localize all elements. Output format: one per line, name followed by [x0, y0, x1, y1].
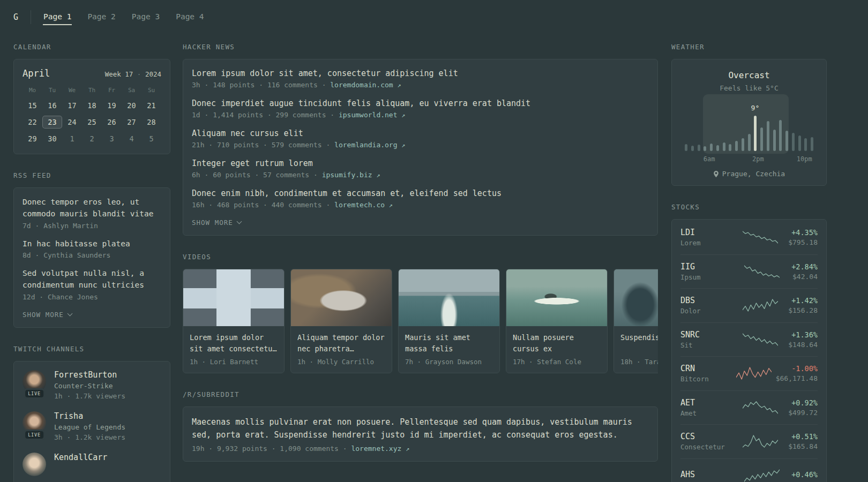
hn-story[interactable]: Lorem ipsum dolor sit amet, consectetur …	[192, 68, 649, 89]
hn-story[interactable]: Aliquam nec cursus elit21h · 710 points …	[192, 128, 649, 149]
video-card[interactable]: Suspendisse diam18h · Tara	[613, 269, 658, 373]
videos-row: Lorem ipsum dolor sit amet consectetu…1h…	[183, 269, 658, 373]
calendar-day: 2	[82, 132, 102, 145]
stock-row[interactable]: DBSDolor+1.42%$156.28	[680, 288, 818, 322]
hn-story-meta: 6h · 60 points · 57 comments · ipsumify.…	[192, 171, 649, 179]
video-title[interactable]: Suspendisse diam	[620, 332, 658, 355]
hn-story-meta: 16h · 468 points · 440 comments · loremt…	[192, 201, 649, 209]
hn-story-domain[interactable]: loremlandia.org ↗	[334, 141, 405, 149]
dashboard: G Page 1 Page 2 Page 3 Page 4 CALENDAR A…	[0, 0, 868, 482]
stock-ticker[interactable]: CRN	[680, 364, 732, 373]
twitch-channel-name[interactable]: KendallCarr	[54, 453, 107, 462]
hn-story-title[interactable]: Aliquam nec cursus elit	[192, 128, 649, 139]
video-meta: 1h · Molly Carrillo	[297, 358, 385, 366]
rss-item[interactable]: Sed volutpat nulla nisl, a condimentum n…	[23, 268, 161, 301]
stock-row[interactable]: AHS+0.46%	[680, 458, 818, 482]
stock-ticker[interactable]: CCS	[680, 432, 732, 441]
twitch-channel-name[interactable]: ForrestBurton	[54, 370, 125, 380]
calendar-week-label: Week 17 · 2024	[105, 70, 161, 78]
twitch-card: LIVEForrestBurtonCounter-Strike1h · 1.7k…	[13, 361, 170, 482]
stock-change: +1.42%	[788, 296, 818, 305]
stock-row[interactable]: CCSConsectetur+0.51%$165.84	[680, 424, 818, 458]
stock-price: $165.84	[788, 442, 818, 450]
twitch-channel[interactable]: LIVETrishaLeague of Legends3h · 1.2k vie…	[23, 411, 161, 441]
hackernews-show-more-button[interactable]: SHOW MORE	[192, 219, 649, 227]
video-title[interactable]: Nullam posuere cursus ex	[513, 332, 601, 355]
video-thumbnail	[614, 269, 658, 326]
hn-story-domain[interactable]: ipsumify.biz ↗	[322, 171, 380, 179]
weather-hour-bar	[716, 145, 719, 151]
app-logo[interactable]: G	[13, 12, 31, 22]
stock-row[interactable]: CRNBitcorn-1.00%$66,171.48	[680, 356, 818, 390]
weather-widget: WEATHER Overcast Feels like 5°C 9° 6am 2…	[671, 43, 827, 186]
rss-item-title[interactable]: Donec tempor eros leo, ut commodo mauris…	[23, 197, 161, 220]
stock-sparkline	[732, 230, 788, 244]
chevron-down-icon	[67, 311, 72, 316]
rss-item[interactable]: Donec tempor eros leo, ut commodo mauris…	[23, 197, 161, 230]
stock-ticker[interactable]: SNRC	[680, 330, 732, 340]
external-link-icon: ↗	[401, 141, 405, 149]
stock-ticker[interactable]: AET	[680, 398, 732, 408]
stock-ticker[interactable]: DBS	[680, 296, 732, 305]
video-card[interactable]: Mauris sit amet massa felis7h · Grayson …	[398, 269, 500, 373]
calendar-weekday-label: Tu	[42, 87, 62, 95]
video-title[interactable]: Aliquam tempor dolor nec pharetra…	[297, 332, 385, 355]
rss-item-title[interactable]: Sed volutpat nulla nisl, a condimentum n…	[23, 268, 161, 291]
calendar-day: 28	[141, 116, 161, 129]
video-card[interactable]: Lorem ipsum dolor sit amet consectetu…1h…	[183, 269, 285, 373]
rss-item-title[interactable]: In hac habitasse platea	[23, 238, 161, 250]
left-column: CALENDAR April Week 17 · 2024 MoTuWeThFr…	[13, 43, 170, 482]
calendar-day: 15	[23, 99, 42, 112]
subreddit-post-title[interactable]: Maecenas mollis pulvinar erat non posuer…	[192, 416, 649, 441]
hn-story[interactable]: Integer eget rutrum lorem6h · 60 points …	[192, 158, 649, 179]
stock-change: +2.84%	[791, 262, 818, 271]
hn-story[interactable]: Donec enim nibh, condimentum et accumsan…	[192, 188, 649, 209]
external-link-icon: ↗	[401, 111, 405, 119]
stock-row[interactable]: AETAmet+0.92%$499.72	[680, 390, 818, 425]
twitch-section-title: TWITCH CHANNELS	[13, 345, 170, 353]
stock-row[interactable]: IIGIpsum+2.84%$42.04	[680, 254, 818, 289]
tab-page-2[interactable]: Page 2	[87, 10, 116, 25]
rss-item[interactable]: In hac habitasse platea8d · Cynthia Saun…	[23, 238, 161, 260]
weather-hour-bar	[723, 142, 725, 151]
video-title[interactable]: Mauris sit amet massa felis	[405, 332, 493, 355]
hn-story-domain[interactable]: loremdomain.com ↗	[330, 81, 401, 89]
video-card[interactable]: Nullam posuere cursus ex17h · Stefan Col…	[506, 269, 608, 373]
stock-numbers: +4.35%$795.18	[788, 228, 818, 246]
weather-section-title: WEATHER	[671, 43, 827, 51]
location-pin-icon	[713, 170, 719, 178]
calendar-widget: CALENDAR April Week 17 · 2024 MoTuWeThFr…	[13, 43, 170, 154]
hn-story-domain[interactable]: ipsumworld.net ↗	[339, 111, 406, 119]
twitch-channel[interactable]: KendallCarr	[23, 453, 161, 476]
stock-change: -1.00%	[776, 364, 818, 373]
hn-story-title[interactable]: Donec enim nibh, condimentum et accumsan…	[192, 188, 649, 199]
tab-page-3[interactable]: Page 3	[131, 10, 160, 25]
rss-show-more-button[interactable]: SHOW MORE	[23, 311, 161, 319]
hn-story-title[interactable]: Lorem ipsum dolor sit amet, consectetur …	[192, 68, 649, 79]
weather-hour-bar	[760, 127, 763, 151]
twitch-channel-name[interactable]: Trisha	[54, 411, 125, 421]
calendar-day-selected: 23	[42, 116, 62, 129]
video-title[interactable]: Lorem ipsum dolor sit amet consectetu…	[190, 332, 278, 355]
calendar-day: 18	[82, 99, 102, 112]
video-card[interactable]: Aliquam tempor dolor nec pharetra…1h · M…	[290, 269, 392, 373]
twitch-widget: TWITCH CHANNELS LIVEForrestBurtonCounter…	[13, 345, 170, 482]
sparkline-chart	[736, 366, 772, 380]
stock-ticker[interactable]: LDI	[680, 228, 732, 237]
hn-story-title[interactable]: Integer eget rutrum lorem	[192, 158, 649, 169]
tab-page-4[interactable]: Page 4	[175, 10, 204, 25]
weather-hour-bar	[779, 120, 782, 151]
twitch-channel[interactable]: LIVEForrestBurtonCounter-Strike1h · 1.7k…	[23, 370, 161, 400]
hn-story-domain[interactable]: loremtech.co ↗	[334, 201, 393, 209]
calendar-day: 21	[141, 99, 161, 112]
stock-row[interactable]: SNRCSit+1.36%$148.64	[680, 322, 818, 357]
calendar-weekday-label: Sa	[122, 87, 141, 95]
subreddit-post-domain[interactable]: loremnet.xyz ↗	[351, 445, 409, 453]
hn-story[interactable]: Donec imperdiet augue tincidunt felis al…	[192, 98, 649, 119]
stock-ticker[interactable]: AHS	[680, 470, 732, 479]
stock-row[interactable]: LDILorem+4.35%$795.18	[680, 220, 818, 254]
stock-ticker[interactable]: IIG	[680, 262, 732, 272]
tab-page-1[interactable]: Page 1	[43, 10, 72, 25]
hn-story-title[interactable]: Donec imperdiet augue tincidunt felis al…	[192, 98, 649, 109]
stock-price: $42.04	[791, 273, 818, 281]
